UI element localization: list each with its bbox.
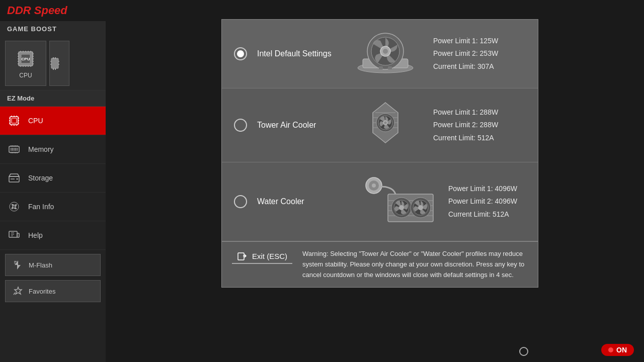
sidebar-item-cpu[interactable]: CPU [0, 107, 106, 135]
sidebar-item-fan-info-label: Fan Info [28, 203, 54, 211]
svg-rect-79 [379, 66, 383, 69]
favorites-icon [13, 286, 24, 297]
fan-info-nav-icon [7, 200, 21, 214]
intel-pl2: Power Limit 2: 253W [433, 47, 526, 60]
m-flash-button[interactable]: M-Flash [5, 254, 101, 276]
svg-point-102 [418, 205, 423, 210]
exit-button[interactable]: Exit (ESC) [232, 249, 292, 264]
favorites-button[interactable]: Favorites [5, 280, 101, 302]
svg-rect-59 [14, 148, 15, 151]
sidebar-item-help-label: Help [28, 231, 43, 239]
dialog-footer: Exit (ESC) Warning: Selecting "Tower Air… [222, 241, 538, 287]
cooler-type-dialog: Intel Default Settings [221, 19, 538, 288]
tower-air-radio[interactable] [234, 119, 247, 132]
svg-point-88 [384, 122, 387, 124]
water-pl2: Power Limit 2: 4096W [448, 195, 526, 208]
sidebar-header: DDR Speed [0, 0, 106, 21]
svg-rect-25 [55, 57, 56, 59]
ez-mode-bar: EZ Mode [0, 90, 106, 107]
tower-pl1: Power Limit 1: 288W [433, 106, 526, 119]
intel-pl1: Power Limit 1: 125W [433, 35, 526, 47]
svg-rect-33 [12, 118, 17, 123]
tower-air-stats: Power Limit 1: 288W Power Limit 2: 288W … [433, 106, 526, 144]
exit-icon [237, 251, 247, 261]
tower-air-cooler-option[interactable]: Tower Air Cooler [222, 88, 538, 162]
cpu-nav-icon [7, 114, 21, 128]
cpu-icon-box[interactable]: CPU [5, 41, 46, 86]
svg-rect-58 [12, 148, 13, 151]
svg-rect-60 [15, 148, 16, 151]
svg-point-66 [14, 206, 15, 207]
favorites-label: Favorites [29, 288, 55, 295]
partial-icon-box [49, 41, 69, 86]
cpu-icons-row: CPU [0, 37, 106, 90]
water-cooler-label: Water Cooler [257, 197, 338, 206]
m-flash-label: M-Flash [29, 261, 52, 269]
water-cooler-option[interactable]: Water Cooler [222, 162, 538, 241]
svg-rect-23 [51, 58, 58, 68]
tower-air-label: Tower Air Cooler [257, 121, 338, 130]
sidebar-item-memory-label: Memory [28, 145, 54, 153]
on-badge: ON [601, 344, 634, 356]
m-flash-icon [13, 259, 24, 270]
scroll-indicator [519, 347, 528, 356]
sidebar-item-storage[interactable]: Storage [0, 164, 106, 193]
intel-default-radio[interactable] [234, 47, 247, 60]
storage-nav-icon [7, 171, 21, 185]
sidebar: DDR Speed GAME BOOST CPU [0, 0, 106, 362]
svg-point-91 [372, 184, 376, 188]
svg-rect-57 [11, 148, 12, 151]
sidebar-item-fan-info[interactable]: Fan Info [0, 193, 106, 221]
intel-default-label: Intel Default Settings [257, 49, 338, 58]
svg-rect-69 [17, 233, 19, 237]
help-nav-icon [7, 228, 21, 242]
ddr-speed-label: DDR Speed [7, 4, 67, 17]
sidebar-item-memory[interactable]: Memory [0, 135, 106, 164]
sidebar-item-help[interactable]: Help [0, 221, 106, 250]
svg-rect-32 [10, 117, 18, 125]
svg-text:CPU: CPU [22, 57, 30, 61]
sidebar-item-storage-label: Storage [28, 174, 53, 182]
memory-nav-icon [7, 142, 21, 156]
svg-point-63 [17, 178, 18, 180]
right-panel: ON Intel Default Settings [106, 0, 644, 362]
exit-label: Exit (ESC) [252, 252, 287, 260]
svg-rect-26 [53, 68, 54, 70]
svg-rect-24 [53, 57, 54, 59]
cpu-icon-label: CPU [19, 72, 32, 79]
svg-rect-103 [238, 253, 244, 260]
intel-default-stats: Power Limit 1: 125W Power Limit 2: 253W … [433, 35, 526, 73]
water-cl: Current Limit: 512A [448, 208, 526, 221]
water-cooler-image [348, 171, 438, 232]
intel-default-option[interactable]: Intel Default Settings [222, 20, 538, 88]
tower-air-image [348, 98, 423, 153]
on-label: ON [616, 346, 627, 354]
svg-rect-61 [17, 148, 18, 151]
sidebar-item-cpu-label: CPU [28, 117, 43, 125]
warning-text: Warning: Selecting "Tower Air Cooler" or… [302, 249, 528, 280]
on-dot [608, 347, 613, 352]
water-pl1: Power Limit 1: 4096W [448, 183, 526, 195]
game-boost-bar: GAME BOOST [0, 21, 106, 37]
water-cooler-stats: Power Limit 1: 4096W Power Limit 2: 4096… [448, 183, 526, 221]
intel-cl: Current Limit: 307A [433, 60, 526, 73]
tower-pl2: Power Limit 2: 288W [433, 119, 526, 131]
svg-rect-80 [388, 66, 392, 69]
intel-default-image [348, 29, 423, 79]
svg-point-99 [399, 205, 404, 210]
svg-rect-27 [55, 68, 56, 70]
tower-cl: Current Limit: 512A [433, 132, 526, 144]
svg-point-78 [383, 49, 388, 54]
water-cooler-radio[interactable] [234, 195, 247, 208]
